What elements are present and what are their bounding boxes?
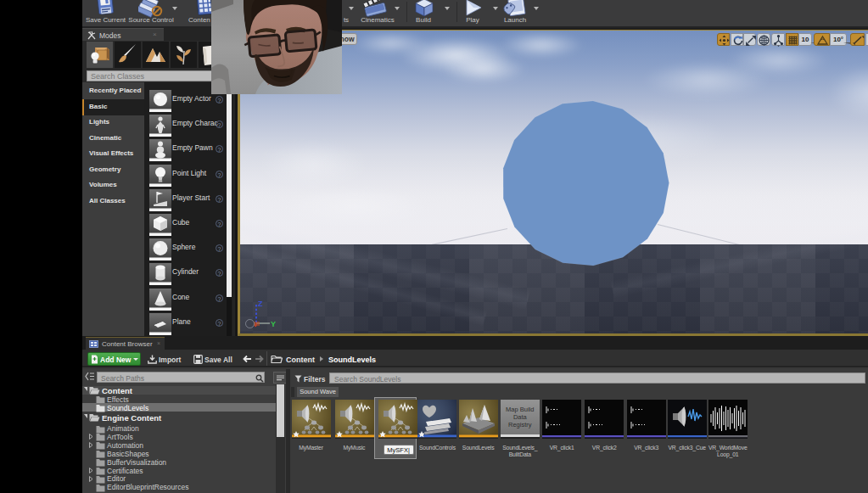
svg-text:Z: Z <box>258 300 263 308</box>
svg-text:Y: Y <box>271 320 276 328</box>
